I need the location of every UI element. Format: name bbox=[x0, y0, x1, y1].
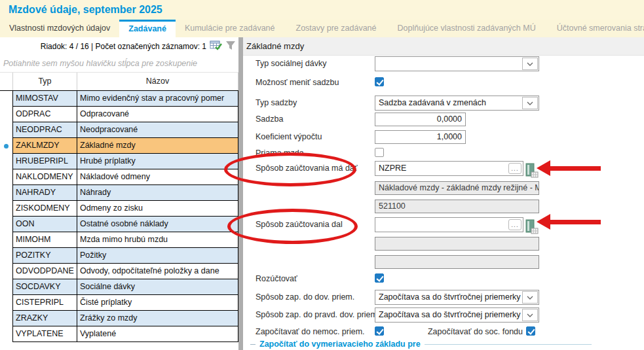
tab-bar: Vlastnosti mzdových údajov Zadávané Kumu… bbox=[0, 20, 644, 37]
cell-typ: MIMOHM bbox=[12, 232, 77, 248]
sposob-zauctovania-ma-dat-input[interactable]: NZPRE ... bbox=[375, 161, 523, 176]
cell-nazov: Základné mzdy bbox=[77, 138, 238, 154]
row-marker bbox=[0, 154, 12, 169]
cell-typ: HRUBEPRIPL bbox=[12, 154, 77, 169]
table-row[interactable]: HRUBEPRIPL Hrubé príplatky bbox=[0, 154, 238, 169]
table-row[interactable]: POZITKY Požitky bbox=[0, 248, 238, 264]
table-row[interactable]: NAKLODMENY Nákladové odmeny bbox=[0, 169, 238, 185]
zapocitavat-do-nemoc-priem-checkbox[interactable] bbox=[375, 326, 384, 336]
wage-types-table-body: MIMOSTAV Mimo evidenčný stav a pracovný … bbox=[0, 90, 238, 342]
label-sposob-zauctovania-dal: Spôsob zaúčtovania dal bbox=[256, 220, 343, 229]
cell-typ: ZRAZKY bbox=[12, 311, 77, 326]
label-zapocitavat-do-soc-fondu: Započítavať do soc. fondu bbox=[394, 327, 523, 336]
accounts-lookup-icon[interactable] bbox=[525, 219, 539, 235]
cell-nazov: Sociálne dávky bbox=[77, 279, 238, 295]
table-column-headers: Typ Názov bbox=[0, 73, 238, 90]
row-marker bbox=[0, 264, 12, 279]
label-sposob-zap-do-dov-priem: Spôsob zap. do dov. priem. bbox=[256, 292, 354, 302]
sposob-zap-do-pravd-dov-priem-select[interactable]: Započítava sa do štvrťročnej priemerky bbox=[375, 307, 539, 323]
row-marker bbox=[0, 311, 12, 326]
priama-mzda-checkbox[interactable] bbox=[375, 148, 384, 157]
typ-socialnej-davky-select[interactable] bbox=[375, 56, 539, 71]
row-marker bbox=[0, 248, 12, 264]
chevron-down-icon[interactable] bbox=[522, 291, 538, 304]
cell-typ: NAKLODMENY bbox=[12, 169, 77, 185]
table-row[interactable]: ODPRAC Odpracované bbox=[0, 107, 238, 122]
cell-nazov: Čisté príplatky bbox=[77, 295, 238, 311]
sadzba-input[interactable]: 0,0000 bbox=[375, 113, 466, 126]
row-marker bbox=[0, 217, 12, 232]
table-row[interactable]: ZAKLMZDY Základné mzdy bbox=[0, 138, 238, 154]
column-header-typ[interactable]: Typ bbox=[12, 73, 77, 90]
cell-typ: ZISKODMENY bbox=[12, 201, 77, 217]
wage-data-window: Mzdové údaje, september 2025 Vlastnosti … bbox=[0, 0, 644, 350]
row-marker bbox=[0, 122, 12, 138]
sposob-zauctovania-dal-input[interactable]: ... bbox=[375, 217, 523, 232]
table-row[interactable]: CISTEPRIPL Čisté príplatky bbox=[0, 295, 238, 311]
row-marker bbox=[0, 169, 12, 185]
label-sposob-zap-do-pravd-dov-priem: Spôsob zap. do pravd. dov. priem. bbox=[256, 310, 379, 319]
ma-dat-description-field: Nákladové mzdy - základné mzdy režijné -… bbox=[375, 181, 539, 195]
cell-typ: ODVODPDANE bbox=[12, 264, 77, 279]
typ-sadzby-select[interactable]: Sadzba zadávaná v zmenách bbox=[375, 96, 539, 111]
table-row[interactable]: NEODPRAC Neodpracované bbox=[0, 122, 238, 138]
koeficient-vypoctu-input[interactable]: 1,0000 bbox=[375, 130, 466, 144]
wage-types-panel: Riadok: 4 / 16 | Počet označených záznam… bbox=[0, 37, 238, 350]
row-marker-column bbox=[0, 73, 12, 90]
table-row[interactable]: VYPLATENE Vyplatené bbox=[0, 326, 238, 342]
tab-zostavy-pre-zadavane[interactable]: Zostavy pre zadávané bbox=[287, 20, 386, 37]
grid-check-icon[interactable] bbox=[210, 40, 222, 52]
cell-nazov: Nákladové odmeny bbox=[77, 169, 238, 185]
tab-doplnujuce-vlastnosti[interactable]: Doplňujúce vlastnosti zadávaných MÚ bbox=[388, 20, 545, 37]
cell-typ: POZITKY bbox=[12, 248, 77, 264]
group-header-dash bbox=[250, 344, 256, 345]
table-row[interactable]: ZRAZKY Zrážky zo mzdy bbox=[0, 311, 238, 326]
cell-nazov: Zrážky zo mzdy bbox=[77, 311, 238, 326]
row-marker bbox=[0, 279, 12, 295]
dal-account-field bbox=[375, 255, 539, 269]
cell-typ: VYPLATENE bbox=[12, 326, 77, 342]
browse-button[interactable]: ... bbox=[508, 219, 521, 230]
rozuctovat-checkbox[interactable] bbox=[375, 273, 384, 283]
tab-vlastnosti-mzdovych-udajov[interactable]: Vlastnosti mzdových údajov bbox=[0, 20, 119, 37]
cell-nazov: Požitky bbox=[77, 248, 238, 264]
chevron-down-icon[interactable] bbox=[522, 309, 538, 321]
filter-icon[interactable] bbox=[225, 41, 237, 52]
tab-uctovne-smerovania-md[interactable]: Účtovné smerovania strany MD - Zadá bbox=[548, 20, 644, 37]
accounts-lookup-icon[interactable] bbox=[525, 163, 539, 179]
label-koeficient-vypoctu: Koeficient výpočtu bbox=[256, 132, 322, 141]
table-row[interactable]: ZISKODMENY Odmeny zo zisku bbox=[0, 201, 238, 217]
zapocitavat-do-soc-fondu-checkbox[interactable] bbox=[526, 326, 535, 336]
cell-nazov: Vyplatené bbox=[77, 326, 238, 342]
cell-typ: SOCDAVKY bbox=[12, 279, 77, 295]
cell-typ: NAHRADY bbox=[12, 185, 77, 201]
cell-nazov: Odpracované bbox=[77, 107, 238, 122]
cell-nazov: Náhrady bbox=[77, 185, 238, 201]
grid-status-bar: Riadok: 4 / 16 | Počet označených záznam… bbox=[0, 37, 238, 55]
row-counter-status: Riadok: 4 / 16 | Počet označených záznam… bbox=[41, 42, 206, 51]
chevron-down-icon[interactable] bbox=[522, 97, 538, 109]
row-marker bbox=[0, 107, 12, 122]
row-marker bbox=[0, 232, 12, 248]
moznost-menit-sadzbu-checkbox[interactable] bbox=[375, 77, 384, 86]
label-rozuctovat: Rozúčtovať bbox=[256, 274, 297, 283]
chevron-down-icon[interactable] bbox=[522, 58, 538, 70]
group-header-line bbox=[425, 344, 592, 345]
table-row[interactable]: OON Ostatné osobné náklady bbox=[0, 217, 238, 232]
table-row[interactable]: MIMOSTAV Mimo evidenčný stav a pracovný … bbox=[0, 91, 238, 107]
cell-typ: OON bbox=[12, 217, 77, 232]
browse-button[interactable]: ... bbox=[508, 163, 521, 174]
table-row[interactable]: SOCDAVKY Sociálne dávky bbox=[0, 279, 238, 295]
tab-zadavane[interactable]: Zadávané bbox=[119, 20, 176, 37]
table-row[interactable]: MIMOHM Mzda mimo hrubú mzdu bbox=[0, 232, 238, 248]
tab-kumulacie-pre-zadavane[interactable]: Kumulácie pre zadávané bbox=[176, 20, 284, 37]
cell-nazov: Hrubé príplatky bbox=[77, 154, 238, 169]
table-row[interactable]: ODVODPDANE Odvody, odpočítateľné položky… bbox=[0, 264, 238, 279]
sposob-zap-do-dov-priem-select[interactable]: Započítava sa do štvrťročnej priemerky bbox=[375, 290, 539, 305]
label-typ-sadzby: Typ sadzby bbox=[256, 98, 297, 107]
cell-typ: ODPRAC bbox=[12, 107, 77, 122]
panel-splitter[interactable] bbox=[238, 37, 243, 350]
column-header-nazov[interactable]: Názov bbox=[77, 73, 238, 90]
table-row[interactable]: NAHRADY Náhrady bbox=[0, 185, 238, 201]
cell-typ: CISTEPRIPL bbox=[12, 295, 77, 311]
